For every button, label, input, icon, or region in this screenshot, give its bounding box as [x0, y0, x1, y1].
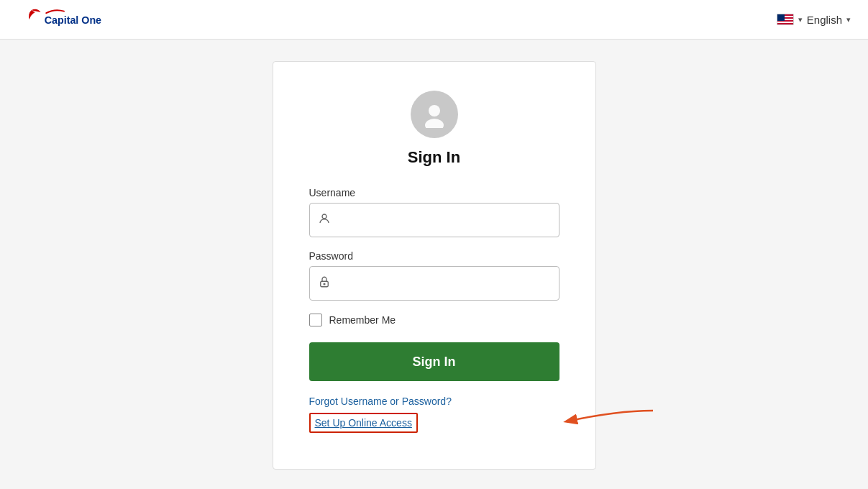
password-form-group: Password — [309, 250, 559, 301]
remember-me-checkbox[interactable] — [309, 314, 322, 326]
sign-in-card: Sign In Username Password — [273, 61, 596, 470]
user-avatar-icon — [421, 101, 448, 128]
password-label: Password — [309, 250, 559, 262]
username-input[interactable] — [309, 203, 559, 237]
svg-point-2 — [425, 119, 444, 128]
arrow-annotation — [559, 407, 660, 436]
username-form-group: Username — [309, 187, 559, 237]
svg-point-1 — [429, 105, 440, 116]
capital-one-logo: Capital One — [17, 6, 111, 32]
chevron-down-icon: ▾ — [798, 15, 803, 24]
forgot-credentials-link[interactable]: Forgot Username or Password? — [309, 396, 559, 407]
language-chevron-icon: ▾ — [846, 15, 851, 24]
language-label: English — [807, 14, 842, 26]
username-label: Username — [309, 187, 559, 198]
svg-text:Capital One: Capital One — [45, 14, 101, 26]
remember-me-label[interactable]: Remember Me — [329, 314, 396, 326]
links-area: Forgot Username or Password? Set Up Onli… — [309, 396, 559, 433]
main-content: Sign In Username Password — [0, 40, 868, 489]
language-selector[interactable]: ▾ English ▾ — [777, 14, 851, 26]
username-input-wrapper — [309, 203, 559, 237]
us-flag-icon — [777, 14, 794, 25]
logo-area: Capital One — [17, 6, 111, 32]
setup-link-highlight-box: Set Up Online Access — [309, 413, 418, 433]
remember-me-row: Remember Me — [309, 314, 559, 326]
sign-in-button[interactable]: Sign In — [309, 342, 559, 381]
password-input-wrapper — [309, 266, 559, 301]
setup-access-row: Set Up Online Access — [309, 413, 559, 433]
header: Capital One ▾ English ▾ — [0, 0, 868, 40]
avatar — [411, 91, 458, 138]
page-title: Sign In — [408, 148, 460, 167]
setup-online-access-link[interactable]: Set Up Online Access — [315, 417, 412, 429]
password-input[interactable] — [309, 266, 559, 301]
